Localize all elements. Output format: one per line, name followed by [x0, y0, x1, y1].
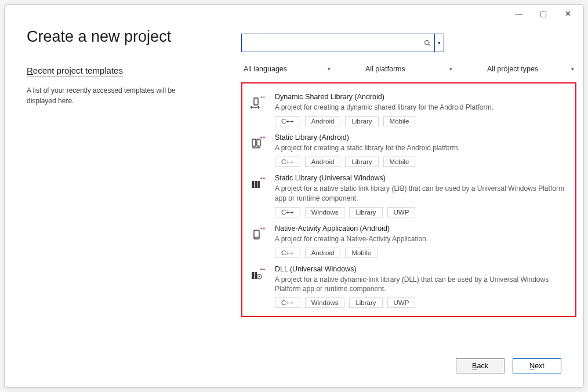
dynamic-shared-lib-icon: ++: [251, 94, 267, 110]
footer: Back Next: [5, 349, 583, 387]
template-tag: Mobile: [383, 116, 416, 126]
template-tag: Android: [305, 116, 341, 126]
template-title: Dynamic Shared Library (Android): [275, 93, 567, 101]
template-tag: C++: [275, 248, 300, 258]
svg-rect-6: [252, 139, 256, 146]
dialog-window: — ▢ ✕ Create a new project Recent projec…: [4, 4, 584, 388]
right-column: ▾ All languages ▾ All platforms ▾ All pr…: [241, 28, 576, 337]
template-item[interactable]: ++ Static Library (Android)A project for…: [251, 129, 567, 169]
language-filter[interactable]: All languages ▾: [244, 65, 331, 73]
tag-row: C++WindowsLibraryUWP: [275, 297, 567, 308]
svg-text:++: ++: [260, 226, 266, 231]
svg-rect-14: [254, 230, 259, 239]
template-body: Static Library (Android)A project for cr…: [275, 133, 567, 167]
recent-templates-heading: Recent project templates: [27, 66, 123, 77]
content-area: Create a new project Recent project temp…: [5, 22, 583, 349]
template-body: DLL (Universal Windows)A project for a n…: [275, 265, 567, 308]
template-tag: C++: [275, 207, 300, 217]
svg-text:++: ++: [260, 176, 266, 181]
project-type-filter-label: All project types: [487, 65, 538, 73]
template-tag: Library: [349, 207, 382, 217]
static-lib-android-icon: ++: [251, 135, 267, 151]
template-title: Native-Activity Application (Android): [275, 224, 567, 233]
next-button[interactable]: Next: [513, 358, 561, 373]
svg-rect-11: [255, 181, 257, 188]
search-dropdown-toggle[interactable]: ▾: [434, 34, 444, 52]
svg-rect-12: [257, 181, 260, 188]
template-list-highlighted: ++ Dynamic Shared Library (Android)A pro…: [241, 82, 576, 317]
template-tag: UWP: [387, 297, 416, 308]
svg-line-1: [429, 44, 430, 46]
template-description: A project for creating a Native-Activity…: [275, 234, 567, 244]
tag-row: C++WindowsLibraryUWP: [275, 207, 567, 217]
svg-rect-17: [252, 272, 254, 279]
svg-rect-3: [254, 98, 258, 105]
template-tag: C++: [275, 157, 300, 167]
template-title: Static Library (Android): [275, 133, 567, 141]
project-type-filter[interactable]: All project types ▾: [487, 65, 574, 73]
tag-row: C++AndroidLibraryMobile: [275, 116, 567, 126]
svg-point-0: [424, 40, 429, 44]
tag-row: C++AndroidLibraryMobile: [275, 157, 567, 167]
maximize-button[interactable]: ▢: [531, 7, 556, 20]
static-lib-uwp-icon: ++: [251, 175, 267, 191]
filter-row: All languages ▾ All platforms ▾ All proj…: [241, 65, 576, 73]
chevron-down-icon: ▾: [449, 66, 452, 72]
search-row: ▾: [241, 34, 576, 52]
platform-filter-label: All platforms: [365, 65, 405, 73]
minimize-button[interactable]: —: [507, 7, 531, 20]
template-description: A project for creating a static library …: [275, 143, 567, 153]
platform-filter[interactable]: All platforms ▾: [365, 65, 452, 73]
svg-rect-18: [255, 272, 257, 279]
template-title: Static Library (Universal Windows): [275, 174, 567, 182]
template-tag: Android: [305, 157, 341, 167]
language-filter-label: All languages: [244, 65, 287, 73]
template-body: Dynamic Shared Library (Android)A projec…: [275, 93, 567, 126]
template-tag: C++: [275, 297, 300, 308]
recent-templates-description: A list of your recently accessed templat…: [27, 85, 189, 106]
template-body: Native-Activity Application (Android)A p…: [275, 224, 567, 258]
page-title: Create a new project: [27, 28, 218, 46]
search-icon[interactable]: [420, 34, 434, 52]
template-title: DLL (Universal Windows): [275, 265, 567, 273]
titlebar: — ▢ ✕: [5, 5, 583, 22]
back-button[interactable]: Back: [456, 358, 504, 373]
native-activity-icon: ++: [251, 226, 267, 242]
template-tag: Library: [345, 157, 378, 167]
template-description: A project for a native static link libra…: [275, 184, 567, 202]
dll-uwp-icon: ++: [251, 266, 267, 282]
template-description: A project for a native dynamic-link libr…: [275, 275, 567, 293]
template-description: A project for creating a dynamic shared …: [275, 103, 567, 112]
template-tag: Mobile: [383, 157, 416, 167]
template-item[interactable]: ++ Native-Activity Application (Android)…: [251, 220, 567, 260]
template-tag: Android: [305, 248, 341, 258]
close-button[interactable]: ✕: [556, 7, 580, 20]
template-body: Static Library (Universal Windows)A proj…: [275, 174, 567, 217]
tag-row: C++AndroidMobile: [275, 248, 567, 258]
template-item[interactable]: ++ Static Library (Universal Windows)A p…: [251, 169, 567, 219]
svg-text:++: ++: [260, 267, 266, 272]
template-tag: C++: [275, 116, 300, 126]
template-item[interactable]: ++ DLL (Universal Windows)A project for …: [251, 260, 567, 310]
template-tag: Mobile: [345, 248, 378, 258]
search-box: ▾: [241, 34, 444, 52]
svg-point-20: [259, 276, 260, 278]
template-tag: Library: [345, 116, 378, 126]
template-tag: Library: [349, 297, 382, 308]
template-tag: Windows: [305, 207, 345, 217]
template-tag: UWP: [387, 207, 416, 217]
search-input[interactable]: [242, 34, 420, 52]
template-tag: Windows: [305, 297, 345, 308]
chevron-down-icon: ▾: [328, 66, 331, 72]
chevron-down-icon: ▾: [571, 66, 574, 72]
template-item[interactable]: ++ Dynamic Shared Library (Android)A pro…: [251, 88, 567, 129]
left-column: Create a new project Recent project temp…: [27, 28, 218, 337]
svg-text:++: ++: [260, 95, 266, 100]
svg-rect-10: [252, 181, 254, 188]
